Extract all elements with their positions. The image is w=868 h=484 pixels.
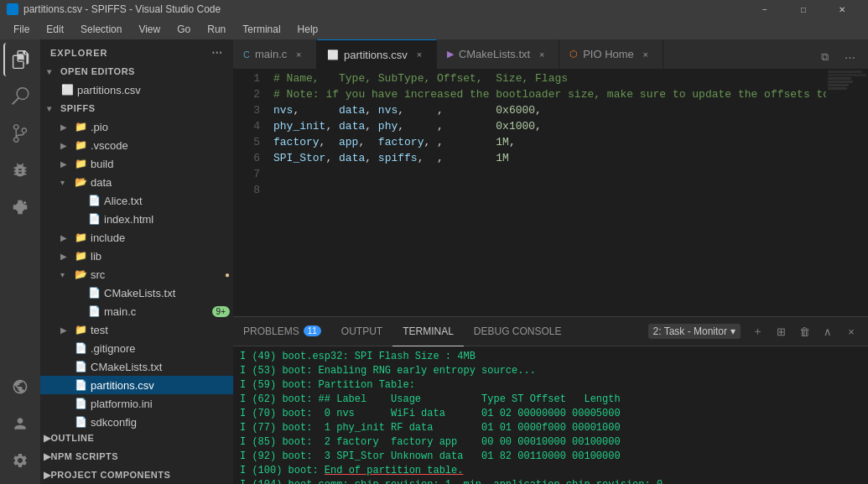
- tree-label: main.c: [104, 305, 212, 318]
- config-file-icon: 📄: [74, 415, 87, 429]
- menu-file[interactable]: File: [7, 22, 36, 37]
- tab-main-c[interactable]: C main.c ×: [233, 39, 317, 69]
- tree-item-build[interactable]: ▶ 📁 build: [40, 154, 233, 173]
- new-terminal-button[interactable]: ＋: [747, 321, 767, 341]
- menu-run[interactable]: Run: [200, 22, 232, 37]
- chevron-right-icon: ▶: [60, 252, 74, 261]
- close-button[interactable]: ✕: [823, 0, 861, 18]
- line-number: 7: [233, 166, 260, 182]
- close-panel-button[interactable]: ×: [841, 321, 861, 341]
- tab-close-button[interactable]: ×: [413, 48, 426, 61]
- tab-label: main.c: [255, 48, 287, 60]
- kill-terminal-button[interactable]: 🗑: [794, 321, 814, 341]
- terminal-line: I (70) boot: 0 nvs WiFi data 01 02 00000…: [240, 407, 861, 421]
- terminal-line: I (104) boot_comm: chip revision: 1, min…: [240, 478, 861, 484]
- git-file-icon: 📄: [74, 341, 87, 355]
- line-number: 5: [233, 134, 260, 150]
- menu-edit[interactable]: Edit: [39, 22, 70, 37]
- open-editor-partitions[interactable]: ⬜ partitions.csv: [40, 81, 233, 99]
- panel-tab-output[interactable]: OUTPUT: [331, 317, 392, 346]
- chevron-down-icon: ▾: [47, 67, 60, 76]
- terminal-line: I (92) boot: 3 SPI_Stor Unknown data 01 …: [240, 450, 861, 464]
- tree-item-index[interactable]: 📄 index.html: [40, 210, 233, 228]
- new-file-icon[interactable]: ⋯: [211, 46, 223, 59]
- menu-view[interactable]: View: [132, 22, 167, 37]
- folder-icon: 📁: [74, 120, 87, 133]
- more-actions-button[interactable]: ⋯: [838, 45, 861, 69]
- sidebar: EXPLORER ⋯ ▾ OPEN EDITORS ⬜ partitions.c…: [40, 39, 233, 484]
- folder-icon: 📁: [74, 157, 87, 170]
- panel-tab-terminal[interactable]: TERMINAL: [392, 317, 464, 346]
- menu-selection[interactable]: Selection: [74, 22, 128, 37]
- changes-badge: 9+: [212, 306, 230, 317]
- activity-settings[interactable]: [3, 444, 37, 477]
- html-file-icon: 📄: [87, 212, 101, 226]
- tree-label: CMakeLists.txt: [91, 361, 233, 373]
- tab-close-button[interactable]: ×: [292, 48, 305, 61]
- menu-go[interactable]: Go: [170, 22, 197, 37]
- tree-label: .vscode: [91, 139, 233, 152]
- tab-pio-home[interactable]: ⬡ PIO Home ×: [559, 39, 663, 69]
- split-terminal-button[interactable]: ⊞: [771, 321, 791, 341]
- tab-label: CMakeLists.txt: [459, 48, 530, 60]
- line-number: 2: [233, 86, 260, 102]
- activity-source-control[interactable]: [3, 117, 37, 150]
- tree-item-lib[interactable]: ▶ 📁 lib: [40, 247, 233, 265]
- tree-item-alice[interactable]: 📄 Alice.txt: [40, 191, 233, 210]
- npm-scripts-section[interactable]: ▶ NPM SCRIPTS: [40, 447, 233, 466]
- tree-item-platformio[interactable]: 📄 platformio.ini: [40, 394, 233, 413]
- activity-extensions[interactable]: [3, 190, 37, 224]
- activity-remote[interactable]: [3, 370, 37, 403]
- sidebar-header-actions: ⋯: [211, 46, 223, 59]
- open-editors-section[interactable]: ▾ OPEN EDITORS: [40, 62, 233, 81]
- window-title: partitions.csv - SPIFFS - Visual Studio …: [23, 3, 221, 15]
- tree-item-cmake-root[interactable]: 📄 CMakeLists.txt: [40, 357, 233, 376]
- terminal-dropdown[interactable]: 2: Task - Monitor ▾: [648, 324, 741, 339]
- tree-item-gitignore[interactable]: 📄 .gitignore: [40, 339, 233, 357]
- tab-partitions[interactable]: ⬜ partitions.csv ×: [317, 39, 437, 69]
- split-editor-button[interactable]: ⧉: [813, 45, 836, 69]
- tree-label: lib: [91, 250, 233, 263]
- chevron-right-icon: ▶: [60, 233, 74, 242]
- csv-file-icon: ⬜: [60, 83, 74, 96]
- menu-terminal[interactable]: Terminal: [236, 22, 287, 37]
- tree-item-test[interactable]: ▶ 📁 test: [40, 320, 233, 339]
- tree-item-data[interactable]: ▾ 📂 data: [40, 173, 233, 191]
- chevron-right-icon: ▶: [44, 451, 51, 462]
- tab-close-button[interactable]: ×: [639, 48, 652, 61]
- menu-help[interactable]: Help: [291, 22, 325, 37]
- line-number: 3: [233, 102, 260, 118]
- ini-file-icon: 📄: [74, 397, 87, 410]
- tab-close-button[interactable]: ×: [535, 48, 548, 61]
- tree-item-src[interactable]: ▾ 📂 src ●: [40, 265, 233, 284]
- tree-item-include[interactable]: ▶ 📁 include: [40, 228, 233, 247]
- spiffs-section[interactable]: ▾ SPIFFS: [40, 99, 233, 117]
- tree-item-main-c[interactable]: 📄 main.c 9+: [40, 302, 233, 320]
- maximize-button[interactable]: □: [784, 0, 823, 18]
- activity-account[interactable]: [3, 407, 37, 440]
- tab-label: partitions.csv: [344, 49, 408, 61]
- folder-icon: 📁: [74, 323, 87, 336]
- panel-tab-actions: 2: Task - Monitor ▾ ＋ ⊞ 🗑 ∧ ×: [648, 321, 868, 341]
- panel-tab-debug[interactable]: DEBUG CONSOLE: [464, 317, 572, 346]
- tree-item-vscode[interactable]: ▶ 📁 .vscode: [40, 136, 233, 154]
- activity-explorer[interactable]: [3, 43, 37, 76]
- main-layout: EXPLORER ⋯ ▾ OPEN EDITORS ⬜ partitions.c…: [0, 39, 868, 484]
- code-editor[interactable]: # Name, Type, SubType, Offset, Size, Fla…: [267, 69, 826, 316]
- tree-item-cmake-src[interactable]: 📄 CMakeLists.txt: [40, 284, 233, 302]
- outline-section[interactable]: ▶ OUTLINE: [40, 429, 233, 447]
- tree-item-pio[interactable]: ▶ 📁 .pio: [40, 117, 233, 136]
- minimize-button[interactable]: −: [746, 0, 784, 18]
- tree-label: include: [91, 232, 233, 244]
- activity-debug[interactable]: [3, 154, 37, 187]
- tree-item-partitions[interactable]: 📄 partitions.csv: [40, 376, 233, 394]
- panel-tab-problems[interactable]: PROBLEMS 11: [233, 317, 331, 346]
- terminal-content[interactable]: I (49) boot.esp32: SPI Flash Size : 4MB …: [233, 346, 868, 484]
- project-components-section[interactable]: ▶ PROJECT COMPONENTS: [40, 466, 233, 484]
- activity-search[interactable]: [3, 80, 37, 113]
- tree-label: .gitignore: [91, 342, 233, 355]
- maximize-panel-button[interactable]: ∧: [818, 321, 838, 341]
- editor-area: C main.c × ⬜ partitions.csv × ▶ CMakeLis…: [233, 39, 868, 484]
- tab-cmake[interactable]: ▶ CMakeLists.txt ×: [437, 39, 559, 69]
- tree-item-sdkconfig[interactable]: 📄 sdkconfig: [40, 413, 233, 429]
